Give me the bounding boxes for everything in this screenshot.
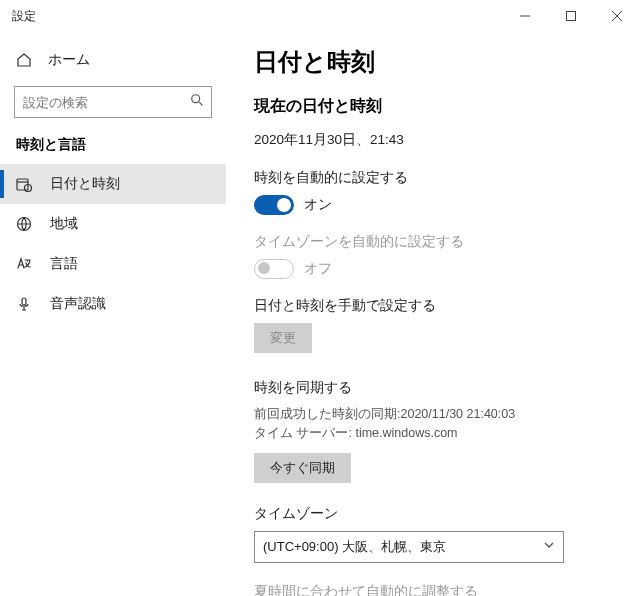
timezone-label: タイムゾーン (254, 505, 616, 523)
sidebar-item-language[interactable]: 言語 (0, 244, 226, 284)
chevron-down-icon (543, 539, 555, 554)
auto-time-toggle[interactable] (254, 195, 294, 215)
timezone-select[interactable]: (UTC+09:00) 大阪、札幌、東京 (254, 531, 564, 563)
sidebar-home-label: ホーム (48, 51, 90, 69)
page-title: 日付と時刻 (254, 46, 616, 78)
auto-tz-state: オフ (304, 260, 332, 278)
manual-set-label: 日付と時刻を手動で設定する (254, 297, 616, 315)
sidebar-item-label: 音声認識 (50, 295, 106, 313)
sidebar-item-speech[interactable]: 音声認識 (0, 284, 226, 324)
home-icon (16, 52, 34, 68)
language-icon (16, 256, 34, 272)
auto-tz-toggle (254, 259, 294, 279)
current-datetime-value: 2020年11月30日、21:43 (254, 131, 616, 149)
sync-server: タイム サーバー: time.windows.com (254, 424, 616, 443)
auto-time-toggle-row: オン (254, 195, 616, 215)
svg-line-5 (199, 102, 202, 105)
svg-rect-1 (567, 12, 576, 21)
window-title: 設定 (12, 8, 36, 25)
maximize-button[interactable] (548, 0, 594, 32)
main-content: 日付と時刻 現在の日付と時刻 2020年11月30日、21:43 時刻を自動的に… (226, 32, 640, 596)
current-datetime-heading: 現在の日付と時刻 (254, 96, 616, 117)
microphone-icon (16, 296, 34, 312)
sidebar: ホーム 時刻と言語 日付と時刻 地域 言語 (0, 32, 226, 596)
svg-point-4 (192, 95, 200, 103)
calendar-clock-icon (16, 176, 34, 192)
auto-time-label: 時刻を自動的に設定する (254, 169, 616, 187)
sidebar-item-label: 地域 (50, 215, 78, 233)
auto-tz-label: タイムゾーンを自動的に設定する (254, 233, 616, 251)
sidebar-category: 時刻と言語 (0, 128, 226, 164)
search-input[interactable] (14, 86, 212, 118)
dst-label: 夏時間に合わせて自動的に調整する (254, 583, 616, 597)
search-icon (190, 93, 204, 111)
sidebar-item-label: 言語 (50, 255, 78, 273)
sync-now-button[interactable]: 今すぐ同期 (254, 453, 351, 483)
sync-last: 前回成功した時刻の同期:2020/11/30 21:40:03 (254, 405, 616, 424)
minimize-button[interactable] (502, 0, 548, 32)
sidebar-item-datetime[interactable]: 日付と時刻 (0, 164, 226, 204)
sidebar-item-label: 日付と時刻 (50, 175, 120, 193)
timezone-value: (UTC+09:00) 大阪、札幌、東京 (263, 538, 446, 556)
close-button[interactable] (594, 0, 640, 32)
sync-info: 前回成功した時刻の同期:2020/11/30 21:40:03 タイム サーバー… (254, 405, 616, 443)
globe-icon (16, 216, 34, 232)
auto-time-state: オン (304, 196, 332, 214)
change-button[interactable]: 変更 (254, 323, 312, 353)
sidebar-item-region[interactable]: 地域 (0, 204, 226, 244)
sidebar-home[interactable]: ホーム (0, 42, 226, 78)
svg-rect-10 (22, 298, 26, 305)
sync-heading: 時刻を同期する (254, 379, 616, 397)
titlebar: 設定 (0, 0, 640, 32)
auto-tz-toggle-row: オフ (254, 259, 616, 279)
